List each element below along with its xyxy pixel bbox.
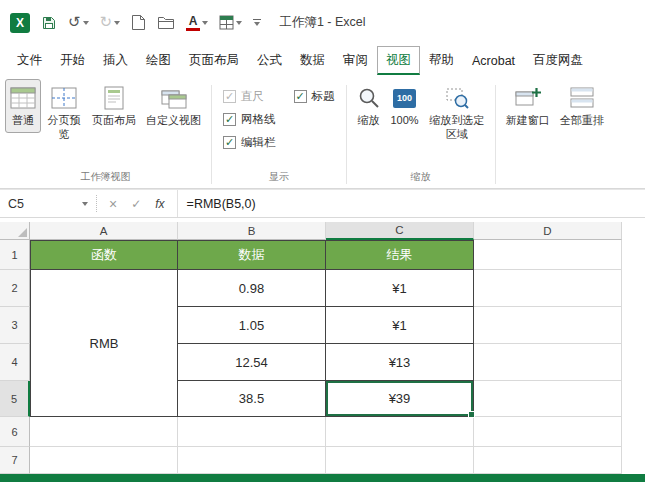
tab-insert[interactable]: 插入: [94, 46, 137, 75]
fill-handle[interactable]: [468, 411, 475, 418]
zoom-100-button[interactable]: 100 100%: [386, 79, 424, 133]
cell-B4[interactable]: 12.54: [178, 344, 326, 381]
headings-checkbox[interactable]: ✓ 标题: [294, 89, 335, 104]
custom-views-button[interactable]: 自定义视图: [141, 79, 206, 133]
cell-D3[interactable]: [474, 307, 622, 344]
page-layout-view-button[interactable]: 页面布局: [87, 79, 141, 133]
arrange-all-button[interactable]: 全部重排: [555, 79, 609, 133]
excel-logo-icon: X: [10, 13, 30, 33]
chevron-down-icon: [236, 21, 242, 25]
cell-C2[interactable]: ¥1: [326, 270, 474, 307]
cell-A7[interactable]: [30, 447, 178, 474]
cell-B3[interactable]: 1.05: [178, 307, 326, 344]
zoom-to-selection-button[interactable]: 缩放到选定区域: [424, 79, 490, 147]
ruler-label: 直尺: [241, 89, 264, 104]
save-button[interactable]: [41, 15, 57, 31]
col-header-c[interactable]: C: [326, 222, 474, 240]
save-icon: [41, 15, 57, 31]
custom-views-icon: [161, 86, 187, 110]
cell-C1[interactable]: 结果: [326, 240, 474, 270]
workbook-views-group: 普通 分页预览 页面布局: [2, 79, 209, 188]
row-header-3[interactable]: 3: [0, 307, 30, 344]
new-window-button[interactable]: 新建窗口: [501, 79, 555, 133]
insert-function-button[interactable]: fx: [155, 197, 164, 211]
page-layout-view-label: 页面布局: [92, 114, 136, 128]
cell-D4[interactable]: [474, 344, 622, 381]
checkbox-box: ✓: [223, 113, 236, 126]
cell-B1[interactable]: 数据: [178, 240, 326, 270]
enter-button[interactable]: ✓: [131, 198, 141, 210]
cell-A1[interactable]: 函数: [30, 240, 178, 270]
ribbon: 普通 分页预览 页面布局: [0, 76, 645, 189]
tab-acrobat[interactable]: Acrobat: [463, 48, 524, 74]
tab-file[interactable]: 文件: [8, 46, 51, 75]
normal-view-button[interactable]: 普通: [5, 79, 41, 133]
new-window-icon: [515, 86, 541, 110]
formula-bar-checkbox[interactable]: ✓ 编辑栏: [223, 135, 276, 150]
open-file-button[interactable]: [157, 15, 175, 30]
new-file-button[interactable]: [131, 14, 146, 31]
tab-review[interactable]: 审阅: [334, 46, 377, 75]
formula-input[interactable]: =RMB(B5,0): [177, 190, 645, 217]
undo-button[interactable]: ↺: [68, 15, 89, 30]
row-header-1[interactable]: 1: [0, 240, 30, 270]
cell-D7[interactable]: [474, 447, 622, 474]
cell-A6[interactable]: [30, 417, 178, 447]
font-color-button[interactable]: A: [186, 15, 208, 31]
col-header-a[interactable]: A: [30, 222, 178, 240]
workbook-views-group-label: 工作簿视图: [81, 167, 131, 188]
ruler-checkbox[interactable]: ✓ 直尺: [223, 89, 276, 104]
font-color-icon: A: [186, 15, 200, 31]
col-header-b[interactable]: B: [178, 222, 326, 240]
cell-C5-selected[interactable]: ¥39: [326, 381, 474, 417]
tab-baidu-netdisk[interactable]: 百度网盘: [524, 46, 592, 75]
borders-icon: [219, 15, 234, 30]
cell-D5[interactable]: [474, 381, 622, 417]
cell-A2-A5-merged[interactable]: RMB: [30, 270, 178, 417]
cancel-button[interactable]: ×: [109, 197, 117, 211]
tab-home[interactable]: 开始: [51, 46, 94, 75]
col-header-d[interactable]: D: [474, 222, 622, 240]
cell-C4[interactable]: ¥13: [326, 344, 474, 381]
cell-C5-value: ¥39: [389, 391, 411, 406]
zoom-button[interactable]: 缩放: [352, 79, 386, 133]
cell-C7[interactable]: [326, 447, 474, 474]
row-header-7[interactable]: 7: [0, 447, 30, 474]
borders-button[interactable]: [219, 15, 242, 30]
zoom-to-selection-icon: [445, 86, 469, 110]
tab-formulas[interactable]: 公式: [248, 46, 291, 75]
zoom-label: 缩放: [358, 114, 380, 128]
cell-B2[interactable]: 0.98: [178, 270, 326, 307]
cell-B6[interactable]: [178, 417, 326, 447]
page-break-preview-button[interactable]: 分页预览: [41, 79, 87, 147]
new-window-label: 新建窗口: [506, 114, 550, 128]
tab-draw[interactable]: 绘图: [137, 46, 180, 75]
cell-C3[interactable]: ¥1: [326, 307, 474, 344]
row-header-2[interactable]: 2: [0, 270, 30, 307]
cell-D1[interactable]: [474, 240, 622, 270]
cell-D6[interactable]: [474, 417, 622, 447]
cell-B7[interactable]: [178, 447, 326, 474]
tab-view[interactable]: 视图: [377, 46, 420, 75]
page-layout-view-icon: [103, 86, 125, 110]
col-header-overflow: [622, 222, 645, 240]
redo-button[interactable]: ↻: [100, 15, 121, 30]
zoom-100-icon: 100: [393, 86, 416, 110]
select-all-corner[interactable]: [0, 222, 30, 240]
row-header-4[interactable]: 4: [0, 344, 30, 381]
headings-label: 标题: [312, 89, 335, 104]
tab-help[interactable]: 帮助: [420, 46, 463, 75]
name-box[interactable]: C5: [0, 190, 96, 217]
tab-page-layout[interactable]: 页面布局: [180, 46, 248, 75]
tab-data[interactable]: 数据: [291, 46, 334, 75]
gridlines-label: 网格线: [241, 112, 276, 127]
cell-B5[interactable]: 38.5: [178, 381, 326, 417]
row-header-6[interactable]: 6: [0, 417, 30, 447]
cell-C6[interactable]: [326, 417, 474, 447]
chevron-down-icon: [254, 22, 260, 26]
cell-D2[interactable]: [474, 270, 622, 307]
customize-toolbar-button[interactable]: [253, 19, 261, 26]
row-header-5[interactable]: 5: [0, 381, 30, 417]
gridlines-checkbox[interactable]: ✓ 网格线: [223, 112, 276, 127]
ribbon-tab-bar: 文件 开始 插入 绘图 页面布局 公式 数据 审阅 视图 帮助 Acrobat …: [0, 45, 645, 76]
